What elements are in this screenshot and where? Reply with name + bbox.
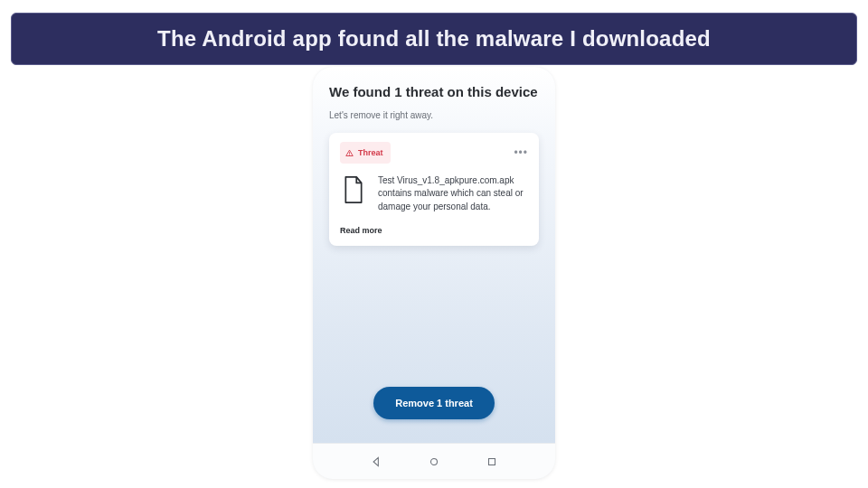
action-button-container: Remove 1 threat — [329, 378, 539, 434]
nav-home-icon[interactable] — [428, 455, 440, 468]
android-nav-bar — [313, 443, 555, 479]
caption-banner: The Android app found all the malware I … — [11, 13, 857, 65]
svg-rect-3 — [489, 458, 495, 465]
more-options-icon[interactable]: ••• — [514, 147, 528, 158]
scan-result-subheading: Let's remove it right away. — [329, 110, 539, 120]
threat-file-name: Test Virus_v1.8_apkpure.com.apk — [378, 174, 528, 187]
caption-text: The Android app found all the malware I … — [157, 26, 711, 51]
nav-recent-icon[interactable] — [486, 455, 498, 468]
warning-icon — [345, 145, 354, 161]
threat-card: Threat ••• Test Virus_v1.8_apkpure.com.a… — [329, 133, 539, 246]
nav-back-icon[interactable] — [370, 455, 382, 468]
threat-card-header: Threat ••• — [340, 142, 528, 164]
file-icon — [342, 174, 365, 213]
threat-card-body: Test Virus_v1.8_apkpure.com.apk contains… — [340, 174, 528, 213]
phone-frame: We found 1 threat on this device Let's r… — [313, 67, 555, 479]
threat-badge: Threat — [340, 142, 391, 164]
remove-threat-button[interactable]: Remove 1 threat — [373, 387, 495, 419]
threat-file-description: contains malware which can steal or dama… — [378, 187, 528, 213]
read-more-link[interactable]: Read more — [340, 226, 382, 235]
threat-badge-label: Threat — [358, 148, 383, 157]
app-screen: We found 1 threat on this device Let's r… — [313, 67, 555, 443]
threat-description-block: Test Virus_v1.8_apkpure.com.apk contains… — [378, 174, 528, 213]
svg-point-2 — [431, 458, 438, 465]
scan-result-heading: We found 1 threat on this device — [329, 83, 539, 101]
